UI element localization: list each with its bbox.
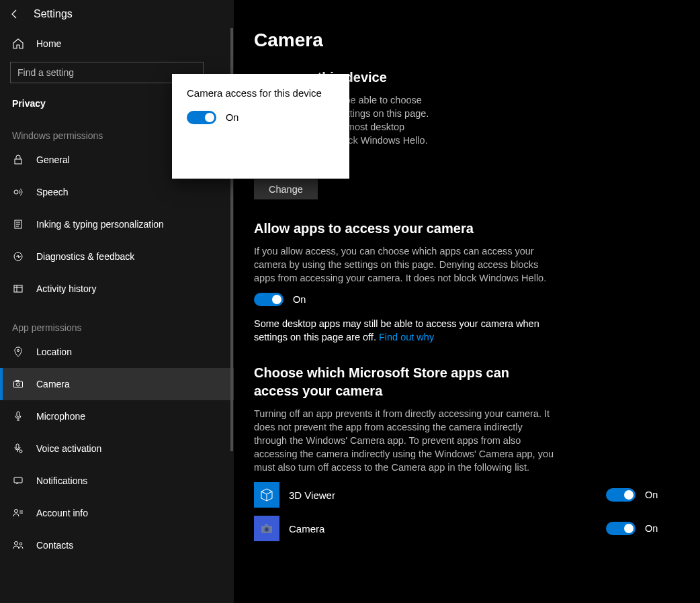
sidebar-item-notifications[interactable]: Notifications — [0, 465, 234, 497]
section2-note: Some desktop apps may still be able to a… — [254, 317, 556, 344]
sidebar-item-activity[interactable]: Activity history — [0, 273, 234, 305]
section2-heading: Allow apps to access your camera — [254, 220, 556, 238]
speech-icon — [12, 187, 24, 197]
camera-access-popup: Camera access for this device On — [172, 74, 349, 179]
back-button[interactable] — [9, 9, 34, 19]
notifications-icon — [12, 475, 24, 486]
location-icon — [12, 346, 24, 357]
group-label-app-permissions: App permissions — [0, 305, 234, 336]
svg-point-20 — [15, 542, 18, 545]
svg-point-9 — [17, 350, 19, 352]
sidebar-item-speech[interactable]: Speech — [0, 176, 234, 208]
clipboard-icon — [12, 219, 24, 230]
window-title: Settings — [34, 8, 73, 20]
popup-toggle[interactable] — [187, 111, 216, 124]
home-label: Home — [36, 38, 61, 49]
allow-apps-toggle-label: On — [293, 294, 306, 305]
popup-title: Camera access for this device — [187, 87, 335, 99]
page-title: Camera — [254, 30, 680, 51]
svg-rect-16 — [14, 477, 22, 483]
voice-icon — [12, 443, 24, 454]
svg-point-1 — [14, 190, 18, 194]
sidebar-item-inking[interactable]: Inking & typing personalization — [0, 208, 234, 240]
camera-icon — [12, 379, 24, 389]
sidebar-item-home[interactable]: Home — [0, 28, 234, 59]
allow-apps-toggle[interactable] — [254, 293, 283, 306]
lock-icon — [12, 154, 24, 165]
sidebar-item-camera[interactable]: Camera — [0, 368, 234, 400]
app-row-camera: Camera On — [254, 516, 680, 541]
sidebar-item-diagnostics[interactable]: Diagnostics & feedback — [0, 240, 234, 273]
app-row-3dviewer: 3D Viewer On — [254, 482, 680, 508]
app-tile-camera-icon — [254, 516, 279, 541]
sidebar-item-microphone[interactable]: Microphone — [0, 400, 234, 432]
svg-point-24 — [265, 528, 268, 531]
svg-rect-25 — [265, 524, 268, 526]
history-icon — [12, 283, 24, 294]
popup-toggle-label: On — [226, 112, 238, 123]
app-toggle-3dviewer[interactable] — [606, 488, 636, 502]
svg-point-15 — [19, 450, 22, 453]
svg-rect-0 — [15, 159, 21, 164]
sidebar-item-contacts[interactable]: Contacts — [0, 529, 234, 561]
svg-rect-6 — [14, 285, 22, 292]
account-icon — [12, 508, 24, 518]
svg-point-11 — [17, 383, 20, 386]
feedback-icon — [12, 251, 24, 262]
change-button[interactable]: Change — [254, 179, 318, 199]
app-toggle-camera[interactable] — [606, 522, 636, 535]
svg-rect-14 — [16, 444, 19, 449]
section3-desc: Turning off an app prevents it from dire… — [254, 407, 556, 474]
app-name: Camera — [289, 523, 597, 535]
svg-rect-10 — [14, 381, 23, 387]
svg-point-21 — [19, 543, 22, 545]
app-tile-3dviewer-icon — [254, 482, 279, 508]
sidebar-item-account[interactable]: Account info — [0, 497, 234, 529]
section3-heading: Choose which Microsoft Store apps can ac… — [254, 364, 556, 400]
sidebar-item-location[interactable]: Location — [0, 336, 234, 368]
sidebar-item-voice[interactable]: Voice activation — [0, 432, 234, 465]
section2-desc: If you allow access, you can choose whic… — [254, 244, 556, 285]
home-icon — [12, 38, 24, 50]
microphone-icon — [12, 411, 24, 422]
svg-point-17 — [15, 510, 18, 513]
svg-rect-13 — [17, 412, 19, 417]
app-name: 3D Viewer — [289, 490, 597, 501]
find-out-why-link[interactable]: Find out why — [379, 332, 434, 342]
contacts-icon — [12, 540, 24, 551]
